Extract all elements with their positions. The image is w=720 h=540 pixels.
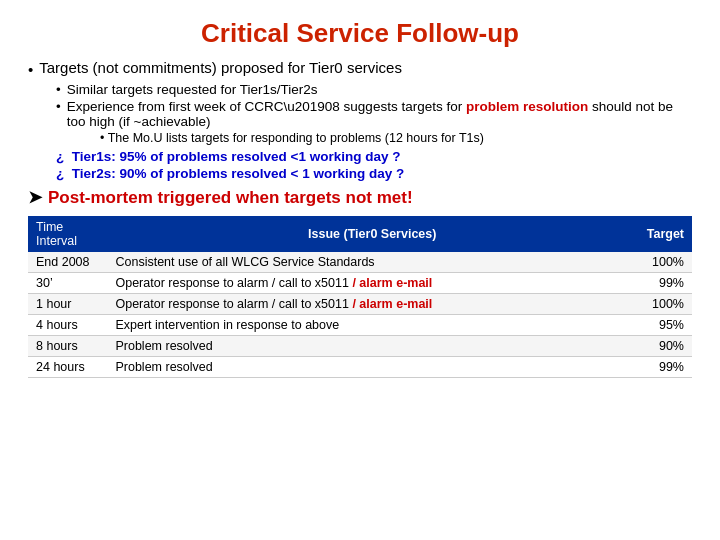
- cell-issue: Problem resolved: [107, 336, 637, 357]
- table-row: 30’Operator response to alarm / call to …: [28, 273, 692, 294]
- table-row: 24 hoursProblem resolved99%: [28, 357, 692, 378]
- tier1-line: ¿ Tier1s: 95% of problems resolved <1 wo…: [56, 149, 692, 164]
- sub-sub-bullet: • The Mo.U lists targets for responding …: [100, 131, 692, 145]
- cell-target: 95%: [637, 315, 692, 336]
- cell-time: 1 hour: [28, 294, 107, 315]
- cell-issue: Expert intervention in response to above: [107, 315, 637, 336]
- cell-issue: Problem resolved: [107, 357, 637, 378]
- bullet-dot: •: [28, 61, 33, 78]
- bold-phrase: problem resolution: [466, 99, 588, 114]
- sub-dot-1: •: [56, 82, 61, 97]
- alarm-text: / alarm e-mail: [352, 297, 432, 311]
- cell-issue: Operator response to alarm / call to x50…: [107, 294, 637, 315]
- cell-time: 4 hours: [28, 315, 107, 336]
- tier2-line: ¿ Tier2s: 90% of problems resolved < 1 w…: [56, 166, 692, 181]
- slide: Critical Service Follow-up • Targets (no…: [0, 0, 720, 540]
- sub-bullet-1: • Similar targets requested for Tier1s/T…: [56, 82, 692, 97]
- main-bullet: • Targets (not commitments) proposed for…: [28, 59, 692, 78]
- cell-time: 8 hours: [28, 336, 107, 357]
- cell-issue: Consistent use of all WLCG Service Stand…: [107, 252, 637, 273]
- cell-target: 100%: [637, 252, 692, 273]
- table-row: 4 hoursExpert intervention in response t…: [28, 315, 692, 336]
- cell-target: 99%: [637, 357, 692, 378]
- cell-target: 90%: [637, 336, 692, 357]
- targets-table: Time Interval Issue (Tier0 Services) Tar…: [28, 216, 692, 378]
- table-row: 8 hoursProblem resolved90%: [28, 336, 692, 357]
- sub-bullet-2-text: Experience from first week of CCRC\u2019…: [67, 99, 692, 129]
- table-row: End 2008Consistent use of all WLCG Servi…: [28, 252, 692, 273]
- slide-title: Critical Service Follow-up: [28, 18, 692, 49]
- content-area: • Targets (not commitments) proposed for…: [28, 59, 692, 530]
- table-body: End 2008Consistent use of all WLCG Servi…: [28, 252, 692, 378]
- cell-target: 99%: [637, 273, 692, 294]
- col-header-issue: Issue (Tier0 Services): [107, 216, 637, 252]
- table-header-row: Time Interval Issue (Tier0 Services) Tar…: [28, 216, 692, 252]
- cell-time: 24 hours: [28, 357, 107, 378]
- cell-time: 30’: [28, 273, 107, 294]
- sub-bullets-container: • Similar targets requested for Tier1s/T…: [56, 82, 692, 145]
- table-row: 1 hourOperator response to alarm / call …: [28, 294, 692, 315]
- col-header-target: Target: [637, 216, 692, 252]
- cell-issue: Operator response to alarm / call to x50…: [107, 273, 637, 294]
- sub-bullet-2: • Experience from first week of CCRC\u20…: [56, 99, 692, 129]
- postmortem-line: ➤ Post-mortem triggered when targets not…: [28, 187, 692, 208]
- main-bullet-text: Targets (not commitments) proposed for T…: [39, 59, 402, 76]
- cell-time: End 2008: [28, 252, 107, 273]
- sub-bullet-1-text: Similar targets requested for Tier1s/Tie…: [67, 82, 318, 97]
- arrow-icon: ➤: [28, 187, 42, 208]
- cell-target: 100%: [637, 294, 692, 315]
- alarm-text: / alarm e-mail: [352, 276, 432, 290]
- col-header-time: Time Interval: [28, 216, 107, 252]
- postmortem-text: Post-mortem triggered when targets not m…: [48, 188, 413, 208]
- sub-dot-2: •: [56, 99, 61, 114]
